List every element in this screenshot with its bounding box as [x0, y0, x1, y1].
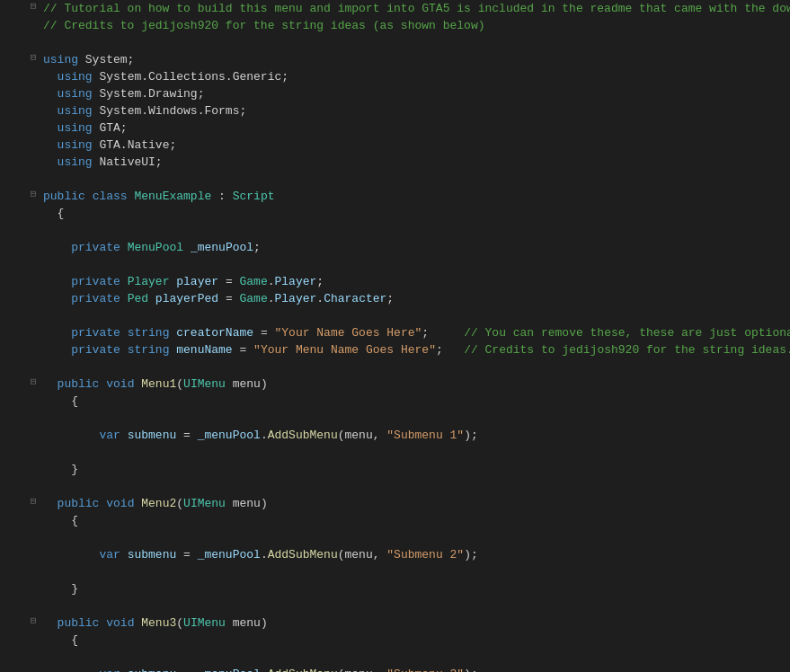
code-line: using System.Collections.Generic; [0, 68, 790, 85]
code-line: private string menuName = "Your Menu Nam… [0, 341, 790, 358]
token-keyword: public [43, 190, 85, 203]
token-property: Player [275, 292, 317, 305]
token-plain: } [71, 582, 78, 596]
code-content: } [40, 580, 790, 597]
token-class: MenuPool [128, 241, 183, 254]
code-content: using System.Windows.Forms; [40, 102, 790, 119]
token-plain [120, 275, 128, 288]
token-keyword: public [58, 616, 100, 630]
token-comment: // Credits to jedijosh920 for the string… [43, 19, 484, 32]
code-line: private string creatorName = "Your Name … [0, 324, 790, 341]
token-plain: menu) [226, 377, 268, 391]
token-keyword: string [128, 343, 170, 357]
code-line: private Player player = Game.Player; [0, 273, 790, 290]
code-line: using GTA.Native; [0, 137, 790, 154]
token-plain: ; [422, 326, 464, 340]
token-class: MenuExample [134, 190, 211, 203]
token-method: AddSubMenu [268, 429, 338, 442]
code-line: using NativeUI; [0, 154, 790, 171]
code-line [0, 410, 790, 427]
code-line: using GTA; [0, 119, 790, 137]
token-keyword: private [71, 292, 120, 305]
code-content: public void Menu2(UIMenu menu) [40, 495, 790, 512]
code-line [0, 222, 790, 239]
fold-icon[interactable]: ⊟ [27, 495, 40, 508]
token-plain: System; [78, 53, 134, 66]
token-keyword: void [106, 497, 134, 510]
token-keyword: using [43, 53, 78, 66]
fold-icon[interactable]: ⊟ [27, 51, 40, 64]
token-property: Character [324, 292, 386, 305]
token-plain: = [176, 429, 197, 442]
token-plain: = [233, 343, 253, 357]
token-plain: ( [176, 497, 183, 510]
token-plain: menu) [226, 497, 268, 510]
code-line [0, 597, 790, 615]
code-line [0, 563, 790, 580]
token-plain: . [261, 668, 268, 672]
token-method: AddSubMenu [268, 548, 338, 561]
fold-icon[interactable]: ⊟ [27, 376, 40, 388]
token-keyword: void [106, 616, 134, 630]
token-plain [183, 241, 191, 254]
token-plain: (menu, [338, 429, 387, 442]
token-plain: ; [316, 275, 324, 288]
token-property: _menuPool [198, 548, 261, 561]
code-line: var submenu = _menuPool.AddSubMenu(menu,… [0, 546, 790, 563]
token-property: playerPed [155, 292, 218, 305]
token-plain: { [71, 633, 78, 647]
token-comment: // Tutorial on how to build this menu an… [43, 2, 790, 15]
token-property: Player [275, 275, 317, 288]
token-plain: System.Windows.Forms; [93, 104, 247, 118]
code-content: using NativeUI; [40, 154, 790, 171]
token-keyword: private [71, 326, 120, 340]
token-string: "Your Menu Name Goes Here" [253, 343, 436, 357]
token-class: Game [239, 275, 267, 288]
code-content: public void Menu1(UIMenu menu) [40, 376, 790, 393]
token-class: Ped [128, 292, 148, 305]
token-keyword: class [93, 190, 128, 203]
token-class: UIMenu [183, 377, 226, 391]
code-line: ⊟// Tutorial on how to build this menu a… [0, 0, 790, 17]
token-property: _menuPool [191, 241, 253, 254]
fold-icon[interactable]: ⊟ [27, 615, 40, 627]
code-content: public void Menu3(UIMenu menu) [40, 615, 790, 632]
code-line: } [0, 461, 790, 478]
token-plain: = [176, 668, 197, 672]
token-plain: . [268, 292, 275, 305]
token-plain: = [253, 326, 274, 340]
token-keyword: public [58, 377, 100, 391]
code-line: ⊟ public void Menu3(UIMenu menu) [0, 615, 790, 632]
code-content: using System; [40, 51, 790, 68]
token-plain: System.Collections.Generic; [93, 70, 288, 84]
code-content: { [40, 393, 790, 410]
token-plain: { [58, 207, 65, 220]
token-property: submenu [128, 429, 177, 442]
token-property: submenu [128, 668, 177, 672]
token-class: UIMenu [183, 616, 226, 630]
fold-icon[interactable]: ⊟ [27, 188, 40, 200]
token-plain: ; [386, 292, 394, 305]
token-property: _menuPool [198, 668, 261, 672]
code-content: var submenu = _menuPool.AddSubMenu(menu,… [40, 546, 790, 563]
code-line: ⊟ public void Menu1(UIMenu menu) [0, 376, 790, 393]
token-plain: ( [176, 377, 183, 391]
token-property: player [176, 275, 218, 288]
token-keyword: var [99, 548, 120, 561]
token-plain: { [71, 394, 78, 408]
token-keyword: using [58, 104, 93, 118]
token-plain [85, 190, 93, 203]
code-line [0, 256, 790, 273]
code-line: private Ped playerPed = Game.Player.Char… [0, 290, 790, 307]
fold-icon[interactable]: ⊟ [27, 0, 40, 13]
token-plain: menu) [226, 616, 268, 630]
token-method: Menu1 [141, 377, 176, 391]
code-line: var submenu = _menuPool.AddSubMenu(menu,… [0, 427, 790, 444]
token-plain: (menu, [338, 548, 387, 561]
code-content: using System.Drawing; [40, 85, 790, 102]
token-comment: // Credits to jedijosh920 for the string… [464, 343, 790, 357]
token-keyword: string [128, 326, 170, 340]
token-plain [120, 668, 128, 672]
token-property: menuName [176, 343, 232, 357]
code-line: { [0, 205, 790, 222]
